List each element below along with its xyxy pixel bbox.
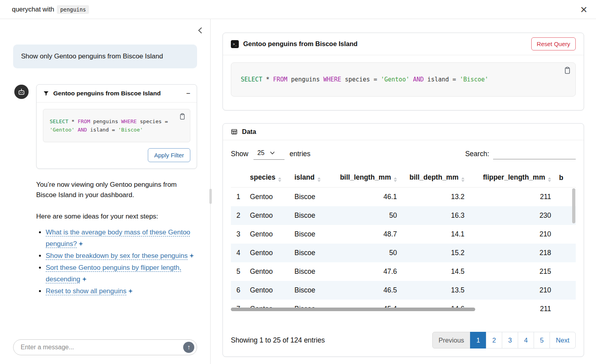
suggestion-link-breakdown-by-sex[interactable]: Show the breakdown by sex for these peng… — [46, 252, 188, 259]
cell-body-mass-truncated — [555, 262, 576, 281]
sql-query: SELECT * FROM penguins WHERE species = '… — [241, 76, 488, 83]
search-label: Search: — [465, 150, 489, 158]
cell-species: Gentoo — [246, 281, 290, 300]
cell-bill-length: 50 — [330, 244, 401, 262]
cell-bill-length: 50 — [330, 206, 401, 225]
cell-bill-depth: 15.2 — [401, 244, 468, 262]
cell-island: Biscoe — [290, 244, 330, 262]
cell-body-mass-truncated — [555, 225, 576, 244]
cell-flipper-length: 230 — [468, 206, 555, 225]
suggestion-link-avg-body-mass[interactable]: What is the average body mass of these G… — [46, 228, 190, 248]
row-index: 4 — [231, 244, 246, 262]
filter-icon — [43, 90, 49, 97]
data-card-header: Data — [223, 124, 584, 140]
pagination-page-3[interactable]: 3 — [502, 332, 518, 349]
apply-filter-row: Apply Filter — [43, 148, 190, 162]
sort-icon — [461, 177, 464, 182]
user-message-text: Show only Gentoo penguins from Biscoe Is… — [21, 51, 171, 62]
cell-bill-depth: 14.6 — [401, 300, 468, 314]
app-title-dataset-code: penguins — [57, 5, 89, 14]
search-input[interactable] — [493, 149, 576, 159]
cell-flipper-length: 218 — [468, 244, 555, 262]
pagination-page-5[interactable]: 5 — [534, 332, 550, 349]
suggestion-link-reset[interactable]: Reset to show all penguins — [46, 287, 126, 295]
reset-query-button[interactable]: Reset Query — [531, 37, 576, 50]
cell-flipper-length: 211 — [468, 300, 555, 314]
sort-icon — [548, 177, 551, 182]
row-index: 5 — [231, 262, 246, 281]
clipboard-icon — [563, 66, 571, 74]
entries-label: entries — [290, 150, 311, 158]
cell-species: Gentoo — [246, 244, 290, 262]
column-header-body-mass-truncated[interactable]: b — [555, 170, 576, 188]
page-length-select[interactable]: 25 — [253, 148, 284, 160]
table-header-row: species island bill_length_mm bill_depth… — [231, 170, 576, 188]
arrow-up-icon: ↑ — [187, 344, 190, 350]
column-header-species[interactable]: species — [246, 170, 290, 188]
pagination-page-4[interactable]: 4 — [518, 332, 534, 349]
filter-tool-card: Gentoo penguins from Biscoe Island − SEL… — [36, 84, 197, 169]
column-header-flipper-length[interactable]: flipper_length_mm — [468, 170, 555, 188]
suggestion-link-sort-by-flipper[interactable]: Sort these Gentoo penguins by flipper le… — [46, 264, 181, 283]
chat-input-row: ↑ — [0, 335, 210, 364]
pagination-page-1[interactable]: 1 — [470, 332, 486, 349]
pagination-next[interactable]: Next — [550, 332, 576, 349]
page-length-control: Show 25 entries — [231, 148, 310, 160]
close-button[interactable]: × — [580, 4, 587, 15]
cell-island: Biscoe — [290, 188, 330, 207]
vertical-scrollbar[interactable] — [572, 188, 575, 223]
sql-query: SELECT * FROM penguins WHERE species = '… — [50, 118, 168, 133]
sql-code-block: SELECT * FROM penguins WHERE species = '… — [43, 109, 190, 142]
robot-icon — [17, 87, 26, 96]
cell-bill-depth: 14.1 — [401, 225, 468, 244]
query-card-header: >_ Gentoo penguins from Biscoe Island Re… — [223, 33, 584, 55]
table-row: 5 Gentoo Biscoe 47.6 14.5 215 — [231, 262, 576, 281]
cell-species: Gentoo — [246, 262, 290, 281]
column-header-bill-depth[interactable]: bill_depth_mm — [401, 170, 468, 188]
pagination: Previous 1 2 3 4 5 Next — [433, 332, 576, 349]
cell-bill-length: 48.7 — [330, 225, 401, 244]
pagination-previous[interactable]: Previous — [432, 332, 470, 349]
cell-body-mass-truncated — [555, 244, 576, 262]
cell-flipper-length: 210 — [468, 281, 555, 300]
sidebar-resize-handle[interactable] — [209, 189, 212, 204]
sparkle-icon — [189, 253, 194, 258]
send-button[interactable]: ↑ — [183, 342, 194, 353]
cell-bill-length: 45.4 — [330, 300, 401, 314]
sidebar-collapse-button[interactable] — [197, 26, 203, 36]
row-index: 2 — [231, 206, 246, 225]
sort-icon — [317, 177, 321, 182]
chat-message-input[interactable] — [13, 339, 197, 355]
horizontal-scrollbar[interactable] — [231, 308, 475, 311]
filter-card-body: SELECT * FROM penguins WHERE species = '… — [37, 103, 197, 168]
chevron-down-icon — [270, 151, 275, 155]
column-header-bill-length[interactable]: bill_length_mm — [330, 170, 401, 188]
assistant-paragraph: You’re now viewing only Gentoo penguins … — [36, 180, 197, 201]
copy-button[interactable] — [178, 112, 187, 122]
pagination-page-2[interactable]: 2 — [486, 332, 502, 349]
chevron-left-icon — [198, 27, 202, 34]
table-info: Showing 1 to 25 of 124 entries — [231, 336, 325, 345]
cell-island: Biscoe — [290, 300, 330, 314]
cell-bill-depth: 13.2 — [401, 188, 468, 207]
cell-island: Biscoe — [290, 262, 330, 281]
table-viewport: species island bill_length_mm bill_depth… — [231, 170, 576, 314]
terminal-icon: >_ — [231, 40, 239, 48]
column-header-island[interactable]: island — [290, 170, 330, 188]
row-index: 6 — [231, 281, 246, 300]
cell-species: Gentoo — [246, 225, 290, 244]
apply-filter-button[interactable]: Apply Filter — [148, 148, 190, 162]
avatar — [14, 85, 29, 99]
table-row: 1 Gentoo Biscoe 46.1 13.2 211 — [231, 188, 576, 207]
show-label: Show — [231, 150, 248, 158]
cell-island: Biscoe — [290, 225, 330, 244]
list-item: Reset to show all penguins — [46, 286, 197, 298]
table-row: 6 Gentoo Biscoe 46.5 13.5 210 — [231, 281, 576, 300]
collapse-card-button[interactable]: − — [186, 90, 190, 97]
copy-button[interactable] — [563, 66, 572, 76]
chat-message-list: Show only Gentoo penguins from Biscoe Is… — [0, 19, 210, 335]
clipboard-icon — [179, 113, 186, 120]
minus-icon: − — [186, 89, 190, 97]
column-header-index — [231, 170, 246, 188]
cell-species: Gentoo — [246, 188, 290, 207]
